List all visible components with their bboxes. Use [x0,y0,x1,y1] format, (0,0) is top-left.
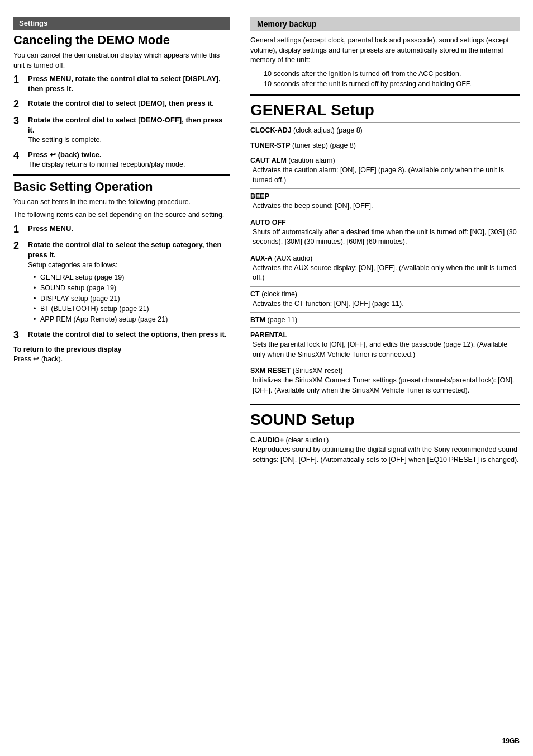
memory-backup-list: 10 seconds after the ignition is turned … [250,69,520,90]
item-clock-adj: CLOCK-ADJ (clock adjust) (page 8) [250,126,520,134]
demo-step-3: 3 Rotate the control dial to select [DEM… [13,115,230,145]
step-number-4: 4 [13,150,26,162]
item-label: BEEP [250,192,269,200]
divider [250,153,520,153]
section2-title: Basic Setting Operation [13,179,230,194]
sound-setup-divider [250,404,520,405]
general-setup-section: GENERAL Setup CLOCK-ADJ (clock adjust) (… [250,101,520,399]
item-desc: Shuts off automatically after a desired … [250,228,520,247]
basic-step-number-3: 3 [13,329,26,342]
list-item: 10 seconds after the unit is turned off … [256,79,520,89]
item-label-suffix: (tuner step) (page 8) [291,141,356,149]
item-parental: PARENTAL [250,330,520,339]
step3-text: Rotate the control dial to select [DEMO-… [28,115,230,135]
item-desc: Sets the parental lock to [ON], [OFF], a… [250,340,520,360]
item-label: BTM [250,316,265,324]
section-canceling-demo: Canceling the DEMO Mode You can cancel t… [13,33,230,170]
basic-step-number-1: 1 [13,224,26,236]
item-label: TUNER-STP [250,141,291,149]
step4-sub: The display returns to normal reception/… [28,160,230,170]
item-desc: Activates the beep sound: [ON], [OFF]. [250,201,520,211]
divider [250,363,520,363]
item-desc: Initializes the SiriusXM Connect Tuner s… [250,376,520,395]
item-label-suffix: (clock time) [260,290,297,298]
left-column: Settings Canceling the DEMO Mode You can… [0,11,240,745]
item-aux-a: AUX-A (AUX audio) [250,254,520,262]
setup-categories-list: GENERAL setup (page 19) SOUND setup (pag… [28,272,230,325]
demo-step-1: 1 Press MENU, rotate the control dial to… [13,74,230,94]
list-item: DISPLAY setup (page 21) [34,294,230,304]
list-item: 10 seconds after the ignition is turned … [256,69,520,79]
basic-step-3: 3 Rotate the control dial to select the … [13,329,230,342]
item-label: AUTO OFF [250,219,286,226]
section1-intro: You can cancel the demonstration display… [13,51,230,70]
item-caut-alm: CAUT ALM (caution alarm) [250,156,520,164]
step-number-1: 1 [13,74,26,86]
section2-intro1: You can set items in the menu to the fol… [13,197,230,207]
divider [250,312,520,313]
step4-text: Press ↩ (back) twice. [28,150,230,160]
sound-setup-section: SOUND Setup C.AUDIO+ (clear audio+) Repr… [250,411,520,465]
item-label-suffix: (caution alarm) [287,157,335,164]
basic-step2-text: Rotate the control dial to select the se… [28,240,230,260]
item-label: PARENTAL [250,331,287,339]
item-label: AUX-A [250,254,273,262]
item-desc: Activates the AUX source display: [ON], … [250,263,520,283]
basic-step-number-2: 2 [13,240,26,252]
section-divider-1 [13,174,230,176]
item-label: SXM RESET [250,367,291,375]
item-label-suffix: (AUX audio) [273,254,313,262]
item-auto-off: AUTO OFF [250,218,520,226]
item-label-suffix: (clear audio+) [284,436,329,444]
divider [250,432,520,433]
item-label: CAUT ALM [250,157,287,164]
item-ct: CT (clock time) [250,290,520,298]
section1-title: Canceling the DEMO Mode [13,33,230,48]
divider [250,399,520,399]
memory-backup-section: Memory backup General settings (except c… [250,17,520,89]
divider [250,286,520,287]
item-label: CLOCK-ADJ [250,126,292,134]
section-basic-setting: Basic Setting Operation You can set item… [13,179,230,365]
item-desc: Activates the caution alarm: [ON], [OFF]… [250,166,520,185]
item-label: CT [250,290,260,298]
divider [250,327,520,328]
item-beep: BEEP [250,192,520,200]
step2-text: Rotate the control dial to select [DEMO]… [28,98,230,108]
return-label: To return to the previous display [13,346,230,353]
divider [250,215,520,215]
return-text: Press ↩ (back). [13,355,230,365]
item-tuner-stp: TUNER-STP (tuner step) (page 8) [250,141,520,149]
step3-sub: The setting is complete. [28,135,230,145]
memory-backup-body: General settings (except clock, parental… [250,36,520,65]
item-label: C.AUDIO+ [250,436,284,444]
divider [250,122,520,123]
memory-backup-header: Memory backup [250,17,520,31]
divider [250,188,520,189]
item-desc: Reproduces sound by optimizing the digit… [250,445,520,465]
demo-step-2: 2 Rotate the control dial to select [DEM… [13,98,230,111]
item-label-suffix: (SiriusXM reset) [291,367,342,375]
settings-header: Settings [13,17,230,30]
step-number-3: 3 [13,115,26,127]
item-btm: BTM (page 11) [250,315,520,324]
item-desc: Activates the CT function: [ON], [OFF] (… [250,299,520,309]
step-number-2: 2 [13,98,26,111]
list-item: APP REM (App Remote) setup (page 21) [34,314,230,325]
basic-step-1: 1 Press MENU. [13,224,230,236]
basic-step3-text: Rotate the control dial to select the op… [28,329,230,339]
basic-step2-sub: Setup categories are follows: [28,261,230,271]
general-setup-title: GENERAL Setup [250,101,520,119]
list-item: GENERAL setup (page 19) [34,272,230,283]
step1-text: Press MENU, rotate the control dial to s… [28,74,230,94]
basic-step1-text: Press MENU. [28,224,230,234]
item-label-suffix: (page 11) [265,316,297,324]
page-number: 19GB [502,737,520,745]
demo-step-4: 4 Press ↩ (back) twice. The display retu… [13,150,230,170]
general-setup-divider [250,94,520,96]
divider [250,251,520,251]
sound-setup-title: SOUND Setup [250,411,520,429]
basic-step-2: 2 Rotate the control dial to select the … [13,240,230,325]
item-sxm-reset: SXM RESET (SiriusXM reset) [250,366,520,375]
divider [250,138,520,138]
